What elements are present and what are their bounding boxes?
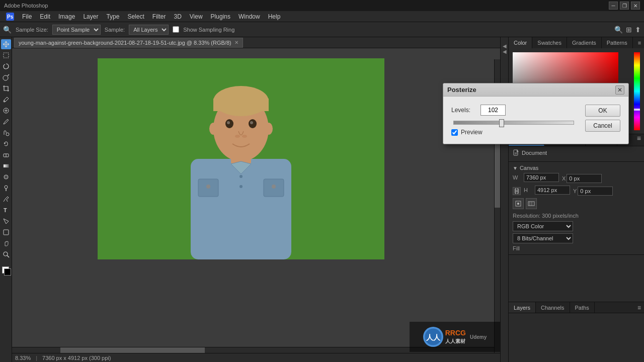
canvas-dimensions: 7360 px x 4912 px (300 ppi) [42, 355, 111, 361]
close-button[interactable]: ✕ [631, 2, 640, 10]
pen-tool[interactable] [1, 194, 11, 204]
blur-tool[interactable] [1, 172, 11, 182]
svg-rect-49 [528, 202, 534, 206]
chain-link-button[interactable] [513, 187, 521, 195]
options-bar: 🔍 Sample Size: Point Sample Sample: All … [0, 22, 644, 37]
share-icon[interactable]: ⬆ [635, 26, 641, 34]
dialog-body: Levels: Preview OK Cancel [443, 97, 628, 144]
canvas-filename: young-man-against-green-background-2021-… [19, 40, 231, 46]
properties-panel: Properties Adjustments Libraries ≡ Docum… [509, 134, 644, 302]
bit-depth-select[interactable]: 8 Bits/Channel 16 Bits/Channel [513, 233, 573, 243]
zoom-tool[interactable] [1, 249, 11, 259]
tool-icon: 🔍 [3, 26, 12, 34]
menu-edit[interactable]: Edit [36, 11, 54, 22]
menu-image[interactable]: Image [54, 11, 79, 22]
photo-canvas [98, 58, 384, 259]
minimize-button[interactable]: ─ [609, 2, 618, 10]
swatches-tab[interactable]: Swatches [532, 37, 567, 48]
hue-slider[interactable] [634, 52, 640, 130]
menu-filter[interactable]: Filter [148, 11, 170, 22]
menu-plugins[interactable]: Plugins [207, 11, 234, 22]
fill-label: Fill [513, 245, 520, 251]
height-row: H [524, 186, 570, 195]
eraser-tool[interactable] [1, 150, 11, 160]
svg-point-38 [209, 123, 217, 135]
menu-ps[interactable]: Ps [2, 11, 18, 22]
gradients-tab[interactable]: Gradients [567, 37, 602, 48]
tab-close-button[interactable]: ✕ [234, 40, 238, 45]
canvas-section-header[interactable]: ▼ Canvas [513, 165, 640, 171]
quick-selection-tool[interactable] [1, 72, 11, 82]
history-brush-tool[interactable] [1, 139, 11, 149]
canvas-size-button[interactable] [513, 198, 524, 209]
menu-file[interactable]: File [18, 11, 36, 22]
type-tool[interactable]: T [1, 205, 11, 215]
menu-window[interactable]: Window [234, 11, 264, 22]
show-sampling-ring-checkbox[interactable] [173, 26, 179, 33]
resolution-text: Resolution: 300 pixels/inch [513, 213, 579, 219]
arrange-icon[interactable]: ⊞ [626, 26, 632, 34]
cancel-button[interactable]: Cancel [585, 120, 620, 132]
layers-tab[interactable]: Layers [509, 302, 536, 313]
channels-tab[interactable]: Channels [536, 302, 570, 313]
title-bar-left: Adobe Photoshop [4, 3, 48, 9]
menu-help[interactable]: Help [264, 11, 285, 22]
eyedropper-tool[interactable] [1, 95, 11, 105]
crop-tool[interactable] [1, 83, 11, 94]
color-mode-select[interactable]: RGB Color CMYK Color Grayscale [513, 221, 573, 231]
y-input[interactable] [578, 187, 613, 196]
color-tab[interactable]: Color [509, 37, 532, 48]
dialog-title: Posterize [447, 86, 476, 94]
menu-select[interactable]: Select [123, 11, 148, 22]
search-icon[interactable]: 🔍 [614, 26, 623, 34]
restore-button[interactable]: ❐ [620, 2, 629, 10]
preview-checkbox[interactable] [451, 129, 458, 136]
width-input[interactable] [524, 173, 559, 182]
healing-tool[interactable] [1, 106, 11, 116]
width-row: W [513, 173, 559, 182]
menu-layer[interactable]: Layer [79, 11, 102, 22]
ok-button[interactable]: OK [585, 105, 620, 117]
path-selection-tool[interactable] [1, 216, 11, 226]
canvas-action-buttons [513, 198, 640, 209]
svg-rect-48 [517, 203, 519, 205]
menu-type[interactable]: Type [102, 11, 123, 22]
bit-depth-row: 8 Bits/Channel 16 Bits/Channel [513, 233, 640, 243]
canvas-tab[interactable]: young-man-against-green-background-2021-… [14, 38, 243, 48]
svg-point-22 [206, 185, 210, 189]
shape-tool[interactable] [1, 227, 11, 237]
height-input[interactable] [535, 186, 570, 195]
move-tool[interactable] [1, 39, 11, 49]
mode-row: RGB Color CMYK Color Grayscale [513, 221, 640, 231]
bottom-panel-options[interactable]: ≡ [634, 302, 644, 313]
document-section-header[interactable]: Document [513, 149, 640, 156]
sample-select[interactable]: All Layers [129, 25, 169, 35]
levels-input[interactable] [480, 105, 506, 116]
height-label: H [524, 187, 533, 193]
brush-tool[interactable] [1, 117, 11, 127]
gradient-tool[interactable] [1, 161, 11, 171]
clone-stamp-tool[interactable] [1, 128, 11, 138]
svg-text:人人: 人人 [426, 333, 441, 341]
dodge-tool[interactable] [1, 183, 11, 193]
sample-size-select[interactable]: Point Sample [52, 25, 101, 35]
paths-tab[interactable]: Paths [570, 302, 595, 313]
color-panel-options[interactable]: ≡ [633, 37, 644, 48]
hand-tool[interactable] [1, 238, 11, 248]
panel-options-button[interactable]: ≡ [634, 134, 644, 146]
menu-3d[interactable]: 3D [170, 11, 185, 22]
foreground-color[interactable] [1, 265, 11, 276]
dialog-close-button[interactable]: ✕ [615, 85, 624, 95]
marquee-tool[interactable] [1, 50, 11, 60]
zoom-level: 8.33% [15, 355, 31, 361]
image-size-button[interactable] [526, 198, 537, 209]
menu-view[interactable]: View [186, 11, 207, 22]
lasso-tool[interactable] [1, 61, 11, 71]
svg-point-6 [6, 133, 9, 136]
watermark-logo: 人人 [423, 327, 443, 347]
patterns-tab[interactable]: Patterns [602, 37, 633, 48]
x-input[interactable] [567, 174, 602, 183]
slider-thumb[interactable] [499, 119, 504, 127]
levels-slider[interactable] [453, 121, 574, 125]
tab-bar: young-man-against-green-background-2021-… [12, 37, 500, 48]
